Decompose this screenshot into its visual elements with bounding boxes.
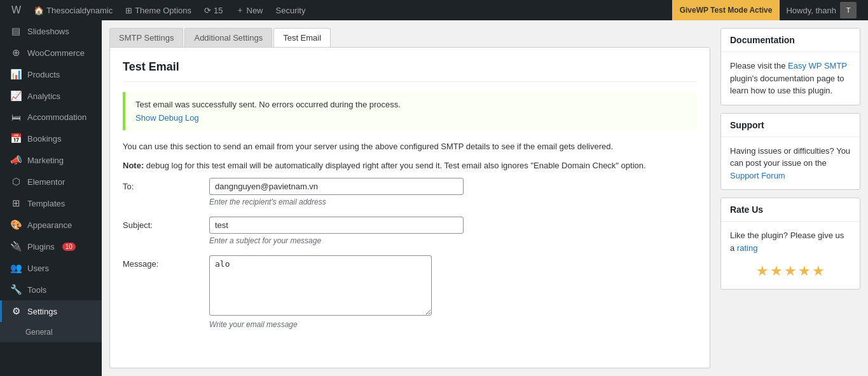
to-input[interactable] xyxy=(209,178,464,195)
panel-title: Test Email xyxy=(123,60,697,82)
accommodation-icon: 🛏 xyxy=(10,112,22,123)
panel: Test Email Test email was successfully s… xyxy=(109,47,710,368)
rate-us-body: Like the plugin? Please give us a rating… xyxy=(721,222,860,289)
documentation-widget: Documentation Please visit the Easy WP S… xyxy=(720,28,860,105)
subject-input[interactable] xyxy=(209,217,464,234)
avatar: T xyxy=(840,2,857,18)
to-label: To: xyxy=(123,178,199,191)
tab-additional-settings[interactable]: Additional Settings xyxy=(184,28,272,47)
security-button[interactable]: Security xyxy=(270,0,312,20)
plugins-icon: 🔌 xyxy=(10,241,22,252)
elementor-icon: ⬡ xyxy=(10,176,22,187)
updates-icon: ⟳ xyxy=(204,6,211,15)
admin-bar-right: GiveWP Test Mode Active Howdy, thanh T xyxy=(672,0,863,20)
support-body: Having issues or difficulties? You can p… xyxy=(721,137,860,190)
settings-icon: ⚙ xyxy=(10,306,22,317)
support-title: Support xyxy=(721,114,860,137)
subject-hint: Enter a subject for your message xyxy=(209,236,464,245)
support-forum-link[interactable]: Support Forum xyxy=(730,171,785,180)
new-button[interactable]: ＋ New xyxy=(230,0,270,20)
sidebar-item-elementor[interactable]: ⬡ Elementor xyxy=(0,171,102,192)
updates[interactable]: ⟳ 15 xyxy=(198,0,229,20)
page-main: SMTP Settings Additional Settings Test E… xyxy=(109,28,710,368)
tabs-bar: SMTP Settings Additional Settings Test E… xyxy=(109,28,710,47)
message-label: Message: xyxy=(123,255,199,269)
support-widget: Support Having issues or difficulties? Y… xyxy=(720,113,860,191)
appearance-icon: 🎨 xyxy=(10,219,22,231)
notice-message: Test email was successfully sent. No err… xyxy=(135,100,687,109)
sidebar-item-tools[interactable]: 🔧 Tools xyxy=(0,279,102,300)
howdy-menu[interactable]: Howdy, thanh T xyxy=(780,2,863,18)
rate-us-widget: Rate Us Like the plugin? Please give us … xyxy=(720,198,860,290)
description-text: You can use this section to send an emai… xyxy=(123,140,697,153)
admin-bar: W 🏠 Thesocialdynamic ⊞ Theme Options ⟳ 1… xyxy=(0,0,868,20)
debug-log-link[interactable]: Show Debug Log xyxy=(135,113,199,123)
analytics-icon: 📈 xyxy=(10,90,22,102)
tab-smtp-settings[interactable]: SMTP Settings xyxy=(109,28,183,47)
tab-test-email[interactable]: Test Email xyxy=(273,28,331,47)
theme-options-icon: ⊞ xyxy=(125,6,132,15)
main-content: SMTP Settings Additional Settings Test E… xyxy=(102,20,868,376)
to-hint: Enter the recipient's email address xyxy=(209,198,464,206)
message-hint: Write your email message xyxy=(209,320,464,329)
note-text: Note: debug log for this test email will… xyxy=(123,159,697,172)
products-icon: 📊 xyxy=(10,69,22,80)
theme-options[interactable]: ⊞ Theme Options xyxy=(119,0,198,20)
rating-link[interactable]: rating xyxy=(737,243,758,253)
home-icon: 🏠 xyxy=(34,6,44,15)
sidebar-item-slideshows[interactable]: ▤ Slideshows xyxy=(0,20,102,42)
star-3: ★ xyxy=(784,260,797,281)
star-2: ★ xyxy=(770,260,783,281)
sidebar-item-products[interactable]: 📊 Products xyxy=(0,64,102,85)
givewp-badge[interactable]: GiveWP Test Mode Active xyxy=(672,0,780,20)
subject-row: Subject: Enter a subject for your messag… xyxy=(123,217,697,245)
message-field: Write your email message xyxy=(209,255,464,329)
rate-us-title: Rate Us xyxy=(721,198,860,222)
subject-label: Subject: xyxy=(123,217,199,230)
woocommerce-icon: ⊕ xyxy=(10,47,22,58)
message-row: Message: Write your email message xyxy=(123,255,697,329)
sidebar-item-marketing[interactable]: 📣 Marketing xyxy=(0,149,102,171)
sidebar-item-templates[interactable]: ⊞ Templates xyxy=(0,192,102,214)
sidebar-item-plugins[interactable]: 🔌 Plugins 10 xyxy=(0,236,102,257)
star-5: ★ xyxy=(812,260,825,281)
sidebar-item-bookings[interactable]: 📅 Bookings xyxy=(0,128,102,149)
sidebar-item-appearance[interactable]: 🎨 Appearance xyxy=(0,214,102,236)
templates-icon: ⊞ xyxy=(10,198,22,209)
sidebar-widgets: Documentation Please visit the Easy WP S… xyxy=(720,28,860,368)
sidebar: ▤ Slideshows ⊕ WooCommerce 📊 Products 📈 … xyxy=(0,20,102,376)
documentation-body: Please visit the Easy WP SMTP plugin's d… xyxy=(721,52,860,105)
sidebar-item-accommodation[interactable]: 🛏 Accommodation xyxy=(0,107,102,128)
star-rating: ★ ★ ★ ★ ★ xyxy=(730,260,851,281)
star-1: ★ xyxy=(756,260,769,281)
content-area: SMTP Settings Additional Settings Test E… xyxy=(102,20,868,376)
success-notice: Test email was successfully sent. No err… xyxy=(123,92,697,130)
sidebar-item-analytics[interactable]: 📈 Analytics xyxy=(0,85,102,107)
documentation-title: Documentation xyxy=(721,29,860,52)
users-icon: 👥 xyxy=(10,262,22,274)
message-textarea[interactable] xyxy=(209,255,432,316)
tools-icon: 🔧 xyxy=(10,284,22,295)
to-field: Enter the recipient's email address xyxy=(209,178,464,206)
wp-logo[interactable]: W xyxy=(5,0,27,20)
star-4: ★ xyxy=(798,260,811,281)
bookings-icon: 📅 xyxy=(10,133,22,144)
slideshows-icon: ▤ xyxy=(10,25,22,37)
sidebar-item-settings[interactable]: ⚙ Settings xyxy=(0,300,102,322)
plus-icon: ＋ xyxy=(236,4,244,16)
layout: ▤ Slideshows ⊕ WooCommerce 📊 Products 📈 … xyxy=(0,20,868,376)
site-name[interactable]: 🏠 Thesocialdynamic xyxy=(27,0,119,20)
easy-wp-smtp-link[interactable]: Easy WP SMTP xyxy=(788,61,847,70)
settings-submenu: General xyxy=(0,322,102,342)
sidebar-item-woocommerce[interactable]: ⊕ WooCommerce xyxy=(0,42,102,64)
subject-field: Enter a subject for your message xyxy=(209,217,464,245)
to-row: To: Enter the recipient's email address xyxy=(123,178,697,206)
plugins-badge: 10 xyxy=(62,243,76,251)
sidebar-item-users[interactable]: 👥 Users xyxy=(0,257,102,279)
sidebar-sub-item-general[interactable]: General xyxy=(0,325,102,340)
wp-icon: W xyxy=(11,4,21,16)
marketing-icon: 📣 xyxy=(10,154,22,166)
